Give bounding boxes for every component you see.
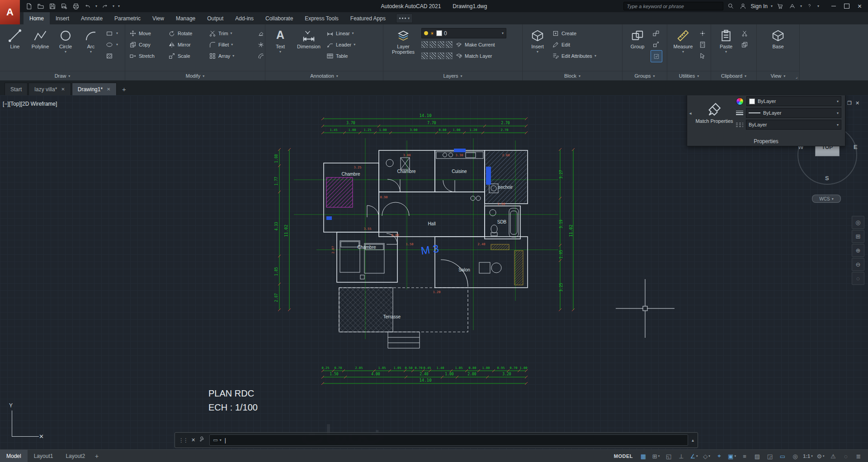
redo-dropdown[interactable]: ▾ bbox=[111, 4, 116, 8]
grid-icon[interactable]: ▦ bbox=[637, 451, 649, 461]
layer-thaw-icon[interactable] bbox=[429, 52, 436, 59]
layer-freeze-icon[interactable]: ☀ bbox=[430, 31, 434, 36]
lineweight-icon[interactable]: ≡ bbox=[739, 451, 750, 461]
table-button[interactable]: Table bbox=[325, 50, 375, 61]
command-history-expand-icon[interactable]: ▴ bbox=[692, 438, 694, 443]
ribbon-tab-express-tools[interactable]: Express Tools bbox=[299, 12, 344, 24]
layers-panel-expander[interactable]: Layers▾ bbox=[383, 71, 522, 80]
drawing-canvas[interactable]: [−][Top][2D Wireframe] bbox=[0, 95, 868, 449]
groups-panel-expander[interactable]: Groups▾ bbox=[623, 71, 667, 80]
ellipse-tool-button[interactable] bbox=[104, 39, 115, 50]
erase-tool-button[interactable] bbox=[255, 28, 266, 39]
command-line-grip[interactable]: ⋮⋮ bbox=[179, 437, 188, 443]
layer-freeze-tool-icon[interactable] bbox=[438, 41, 444, 48]
autodesk-app-dropdown[interactable]: ▾ bbox=[800, 4, 802, 8]
circle-tool-button[interactable]: Circle ▾ bbox=[53, 26, 78, 71]
command-line-customize-icon[interactable] bbox=[199, 436, 206, 444]
viewcube-east[interactable]: E bbox=[854, 144, 858, 150]
ribbon-tab-output[interactable]: Output bbox=[201, 12, 229, 24]
ribbon-tab-parametric[interactable]: Parametric bbox=[108, 12, 146, 24]
layer-walk-icon[interactable] bbox=[446, 52, 453, 59]
annotation-visibility-icon[interactable]: ◎ bbox=[789, 451, 801, 461]
copy-clip-button[interactable] bbox=[739, 39, 750, 50]
arc-tool-button[interactable]: Arc ▾ bbox=[79, 26, 103, 71]
linear-dimension-button[interactable]: Linear▾ bbox=[325, 28, 375, 39]
ribbon-tab-add-ins[interactable]: Add-ins bbox=[229, 12, 259, 24]
copy-tool-button[interactable]: Copy bbox=[128, 39, 166, 50]
group-button[interactable]: Group bbox=[625, 26, 650, 71]
edit-block-button[interactable]: Edit bbox=[551, 39, 617, 50]
layer-off-icon[interactable] bbox=[421, 52, 428, 59]
utilities-panel-expander[interactable]: Utilities▾ bbox=[667, 71, 711, 80]
viewcube-south[interactable]: S bbox=[825, 175, 829, 182]
ribbon-tab-insert[interactable]: Insert bbox=[50, 12, 75, 24]
group-edit-button[interactable] bbox=[651, 39, 661, 50]
selection-cycling-icon[interactable]: ◲ bbox=[764, 451, 776, 461]
ungroup-button[interactable] bbox=[651, 28, 661, 39]
explode-tool-button[interactable] bbox=[255, 39, 266, 50]
stretch-tool-button[interactable]: Stretch bbox=[128, 50, 166, 61]
trim-dropdown-icon[interactable]: ▾ bbox=[231, 31, 232, 35]
file-tab-close-icon[interactable]: ✕ bbox=[61, 87, 65, 92]
array-dropdown-icon[interactable]: ▾ bbox=[232, 54, 234, 58]
ribbon-tab-collaborate[interactable]: Collaborate bbox=[259, 12, 299, 24]
new-drawing-tab-button[interactable]: + bbox=[119, 84, 129, 94]
block-panel-expander[interactable]: Block▾ bbox=[523, 71, 622, 80]
redo-button[interactable] bbox=[99, 1, 110, 11]
autodesk-app-icon[interactable] bbox=[788, 2, 797, 11]
circle-dropdown-icon[interactable]: ▾ bbox=[65, 51, 66, 53]
cut-clip-button[interactable] bbox=[739, 28, 750, 39]
undo-dropdown[interactable]: ▾ bbox=[94, 4, 99, 8]
scale-tool-button[interactable]: Scale bbox=[167, 50, 207, 61]
viewport-controls[interactable]: [−][Top][2D Wireframe] bbox=[3, 101, 57, 107]
snap-mode-icon[interactable]: ⊞▾ bbox=[650, 451, 662, 461]
model-space-indicator[interactable]: MODEL bbox=[614, 453, 633, 459]
open-file-button[interactable] bbox=[35, 1, 46, 11]
modify-panel-expander[interactable]: Modify▾ bbox=[125, 71, 265, 80]
palette-close-icon[interactable]: ✕ bbox=[855, 100, 859, 106]
command-input[interactable]: ▭ ▾ | bbox=[209, 434, 688, 446]
command-line-close-icon[interactable]: ✕ bbox=[191, 437, 195, 443]
model-tab[interactable]: Model bbox=[0, 450, 28, 462]
file-tab-close-icon[interactable]: ✕ bbox=[107, 87, 110, 92]
save-button[interactable] bbox=[47, 1, 58, 11]
navigation-wheel-icon[interactable]: ◎ bbox=[852, 216, 864, 229]
ribbon-tab-annotate[interactable]: Annotate bbox=[75, 12, 108, 24]
isometric-drafting-icon[interactable]: ◇▾ bbox=[701, 451, 712, 461]
close-button[interactable]: ✕ bbox=[853, 0, 866, 12]
help-icon[interactable] bbox=[805, 2, 814, 11]
rotate-tool-button[interactable]: Rotate bbox=[167, 28, 207, 39]
rectangle-tool-button[interactable] bbox=[104, 28, 115, 39]
layer-lock-icon[interactable] bbox=[446, 41, 453, 48]
clipboard-panel-expander[interactable]: Clipboard▾ bbox=[711, 71, 756, 80]
application-menu-button[interactable]: A bbox=[0, 0, 20, 24]
plot-button[interactable] bbox=[71, 1, 81, 11]
sign-in-dropdown[interactable]: ▾ bbox=[771, 4, 773, 8]
search-input[interactable]: Type a keyword or phrase bbox=[623, 2, 723, 10]
maximize-button[interactable] bbox=[840, 0, 853, 12]
mirror-tool-button[interactable]: Mirror bbox=[167, 39, 207, 50]
measure-dropdown-icon[interactable]: ▾ bbox=[682, 51, 684, 53]
lineweight-dropdown[interactable]: ByLayer ▾ bbox=[746, 108, 841, 118]
new-layout-button[interactable]: + bbox=[91, 453, 102, 460]
paste-button[interactable]: Paste ▾ bbox=[714, 26, 738, 71]
text-dropdown-icon[interactable]: ▾ bbox=[279, 51, 281, 53]
wcs-menu[interactable]: WCS ▾ bbox=[812, 195, 841, 203]
isolate-objects-icon[interactable]: ◌ bbox=[840, 451, 852, 461]
dimension-tool-button[interactable]: Dimension bbox=[293, 26, 324, 71]
minimize-button[interactable] bbox=[827, 0, 840, 12]
layout1-tab[interactable]: Layout1 bbox=[28, 450, 60, 462]
object-snap-icon[interactable]: ▣▾ bbox=[726, 451, 738, 461]
command-line[interactable]: ⋮⋮ ✕ ▭ ▾ | ▴ bbox=[175, 432, 698, 448]
zoom-out-icon[interactable]: ⊖ bbox=[852, 258, 864, 271]
transparency-icon[interactable]: ▨ bbox=[751, 451, 763, 461]
match-layer-button[interactable]: Match Layer bbox=[454, 50, 494, 61]
hatch-tool-button[interactable] bbox=[104, 50, 115, 61]
annotation-scale-button[interactable]: 1:1▾ bbox=[802, 451, 814, 461]
leader-dropdown-icon[interactable]: ▾ bbox=[354, 42, 355, 47]
pan-icon[interactable]: ⊞ bbox=[852, 230, 864, 243]
customization-icon[interactable]: ≣ bbox=[853, 451, 864, 461]
save-as-button[interactable] bbox=[59, 1, 70, 11]
ribbon-tab-home[interactable]: Home bbox=[24, 12, 50, 24]
workspace-switching-icon[interactable]: ⚙▾ bbox=[815, 451, 826, 461]
